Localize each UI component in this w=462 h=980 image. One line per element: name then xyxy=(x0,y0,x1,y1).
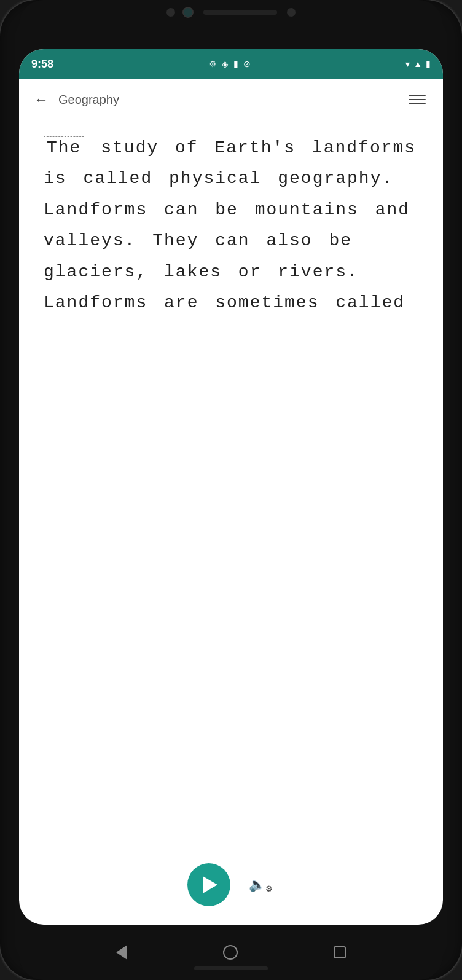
no-disturb-icon: ⊘ xyxy=(243,59,251,69)
speaker-icon: 🔈 xyxy=(249,877,265,893)
highlighted-word[interactable]: The xyxy=(44,136,84,159)
play-icon xyxy=(203,876,217,893)
page-title: Geography xyxy=(58,93,119,107)
nav-recent-button[interactable] xyxy=(334,946,346,958)
status-icons-right: ▾ ▲ ▮ xyxy=(405,59,431,69)
bottom-bezel xyxy=(19,925,443,980)
camera-main xyxy=(182,7,194,18)
header-left: ← Geography xyxy=(34,91,119,108)
passage-text: study of Earth's landforms is called phy… xyxy=(44,138,416,312)
hamburger-menu-button[interactable] xyxy=(406,92,428,107)
nav-back-button[interactable] xyxy=(116,945,127,960)
top-bezel xyxy=(19,0,443,25)
bottom-controls: 🔈⚙ xyxy=(19,851,443,925)
nav-home-button[interactable] xyxy=(223,945,238,960)
settings-icon: ⚙ xyxy=(209,59,217,69)
menu-line-1 xyxy=(409,95,426,96)
earpiece-speaker xyxy=(203,10,277,15)
status-bar: 9:58 ⚙ ◈ ▮ ⊘ ▾ ▲ ▮ xyxy=(19,49,443,79)
content-area: The study of Earth's landforms is called… xyxy=(19,120,443,851)
play-button[interactable] xyxy=(187,863,230,906)
audio-settings-button[interactable]: 🔈⚙ xyxy=(249,877,275,893)
battery-icon: ▮ xyxy=(426,59,431,69)
phone-screen: 9:58 ⚙ ◈ ▮ ⊘ ▾ ▲ ▮ ← xyxy=(19,49,443,925)
status-time: 9:58 xyxy=(31,58,53,71)
back-button[interactable]: ← xyxy=(34,91,49,108)
reading-passage: The study of Earth's landforms is called… xyxy=(44,133,418,839)
bottom-speaker xyxy=(194,966,268,970)
wifi-icon: ▾ xyxy=(405,59,410,69)
app-header: ← Geography xyxy=(19,79,443,120)
sensor xyxy=(287,8,296,17)
gear-icon: ⚙ xyxy=(265,884,273,893)
signal-icon: ▲ xyxy=(413,59,422,69)
phone-device: 9:58 ⚙ ◈ ▮ ⊘ ▾ ▲ ▮ ← xyxy=(0,0,462,980)
shield-icon: ◈ xyxy=(222,59,229,69)
menu-line-2 xyxy=(409,99,426,100)
id-icon: ▮ xyxy=(233,59,238,69)
status-icons-left: ⚙ ◈ ▮ ⊘ xyxy=(209,59,251,69)
menu-line-3 xyxy=(409,103,426,104)
camera-left xyxy=(166,8,175,17)
